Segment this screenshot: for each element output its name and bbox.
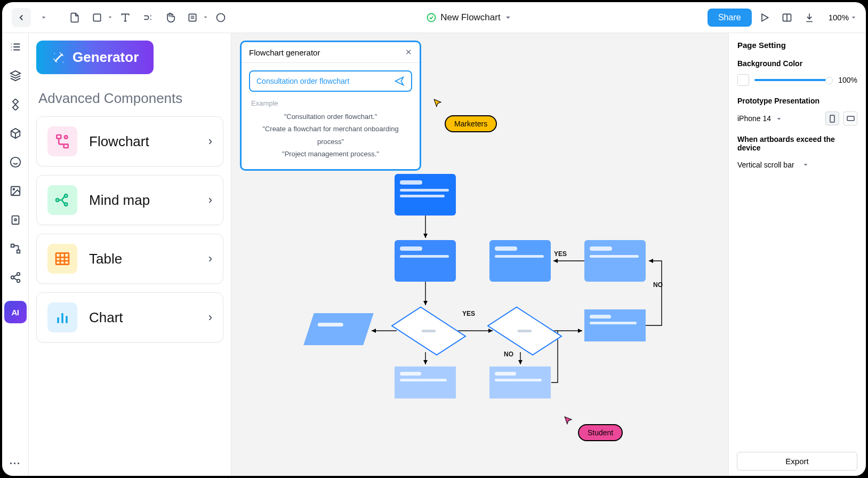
- rail-3d[interactable]: [8, 126, 23, 141]
- rail-clipboard[interactable]: [8, 212, 23, 227]
- text-icon: [120, 12, 131, 23]
- svg-rect-32: [11, 244, 14, 248]
- svg-point-41: [65, 136, 67, 138]
- rail-ai[interactable]: AI: [4, 301, 27, 323]
- bg-color-swatch[interactable]: [737, 74, 749, 86]
- share-nodes-icon: [10, 272, 21, 283]
- component-chart[interactable]: Chart ›: [36, 292, 223, 342]
- note-tool[interactable]: [183, 8, 202, 27]
- generator-panel: Flowchart generator ✕ Example "Consultat…: [240, 41, 421, 171]
- svg-marker-64: [803, 164, 807, 165]
- device-select[interactable]: iPhone 14: [737, 114, 821, 123]
- flow-label-no: NO: [504, 350, 513, 358]
- flow-node-decision[interactable]: [487, 307, 562, 356]
- svg-point-31: [14, 219, 17, 221]
- rail-layers[interactable]: [8, 68, 23, 83]
- example-1: "Consultation order flowchart.": [251, 110, 410, 123]
- flow-node-decision[interactable]: [391, 307, 466, 356]
- chevron-down-icon: [108, 15, 112, 20]
- collaborator-student: Student: [578, 424, 623, 441]
- rail-components[interactable]: [8, 97, 23, 112]
- scroll-select[interactable]: Vertical scroll bar: [737, 161, 857, 169]
- title-text: New Flowchart: [440, 12, 500, 23]
- smile-icon: [10, 156, 21, 168]
- comment-icon: [215, 12, 226, 23]
- svg-rect-63: [847, 116, 854, 121]
- connector-tool[interactable]: [138, 8, 157, 27]
- back-button[interactable]: [12, 8, 31, 27]
- flow-node-process[interactable]: [395, 367, 456, 399]
- download-button[interactable]: [800, 8, 819, 27]
- play-button[interactable]: [755, 8, 774, 27]
- flow-node-process[interactable]: [489, 367, 551, 399]
- flow-label-yes: YES: [554, 250, 567, 258]
- close-icon[interactable]: ✕: [405, 47, 412, 57]
- svg-point-36: [17, 280, 20, 283]
- send-icon[interactable]: [394, 76, 405, 86]
- mindmap-icon: [47, 185, 77, 215]
- landscape-icon: [847, 116, 855, 121]
- flow-label-no: NO: [653, 281, 663, 289]
- rail-outline[interactable]: [8, 39, 23, 54]
- generator-input[interactable]: [256, 77, 390, 85]
- rail-image[interactable]: [8, 184, 23, 198]
- svg-point-43: [65, 194, 67, 197]
- left-panel: Generator Advanced Components Flowchart …: [29, 33, 231, 476]
- flow-node-process[interactable]: [489, 240, 551, 282]
- flow-node-input[interactable]: [303, 313, 373, 345]
- text-tool[interactable]: [116, 8, 135, 27]
- flow-node-start[interactable]: [395, 174, 456, 216]
- chevron-down-icon: [505, 14, 511, 21]
- generator-examples: Example "Consultation order flowchart." …: [242, 99, 420, 169]
- orientation-portrait[interactable]: [825, 111, 839, 125]
- svg-rect-62: [830, 115, 834, 122]
- comment-tool[interactable]: [211, 8, 230, 27]
- frame-tool[interactable]: [87, 8, 107, 27]
- rail-share[interactable]: [8, 270, 23, 285]
- opacity-slider[interactable]: [754, 79, 833, 81]
- svg-point-35: [11, 276, 14, 279]
- svg-point-29: [13, 188, 14, 190]
- share-button[interactable]: Share: [708, 9, 752, 27]
- example-label: Example: [251, 99, 410, 107]
- component-table[interactable]: Table ›: [36, 234, 223, 284]
- export-button[interactable]: Export: [737, 452, 857, 471]
- cursor-icon: [433, 98, 443, 108]
- chevron-right-icon: ›: [208, 193, 212, 207]
- page-tool[interactable]: [65, 8, 84, 27]
- advanced-components-heading: Advanced Components: [38, 90, 223, 107]
- flow-node-process[interactable]: [584, 240, 646, 282]
- back-dropdown[interactable]: [34, 8, 53, 27]
- svg-marker-15: [852, 17, 856, 18]
- canvas[interactable]: Flowchart generator ✕ Example "Consultat…: [231, 33, 728, 476]
- chevron-down-icon: [803, 162, 808, 168]
- svg-line-37: [13, 275, 17, 277]
- svg-rect-39: [57, 135, 61, 139]
- rail-more[interactable]: ···: [10, 458, 21, 469]
- svg-rect-33: [17, 250, 20, 253]
- zoom-control[interactable]: 100%: [829, 13, 856, 22]
- cube-icon: [10, 128, 21, 139]
- svg-rect-45: [56, 253, 69, 264]
- rail-flow[interactable]: [8, 241, 23, 256]
- document-title[interactable]: New Flowchart: [234, 12, 704, 23]
- svg-point-34: [17, 273, 20, 275]
- portrait-icon: [830, 115, 835, 123]
- panels-toggle[interactable]: [777, 8, 797, 27]
- generator-button[interactable]: Generator: [36, 41, 154, 74]
- example-3: "Project management process.": [251, 148, 410, 160]
- orientation-landscape[interactable]: [843, 111, 857, 125]
- note-icon: [187, 12, 198, 23]
- image-icon: [10, 185, 21, 197]
- svg-point-44: [65, 203, 67, 205]
- component-mindmap[interactable]: Mind map ›: [36, 175, 223, 225]
- flow-node-process[interactable]: [395, 240, 456, 282]
- component-flowchart[interactable]: Flowchart ›: [36, 116, 223, 166]
- hand-tool[interactable]: [160, 8, 180, 27]
- flow-node-process[interactable]: [584, 309, 646, 341]
- chart-icon: [47, 302, 77, 332]
- rail-emoji[interactable]: [8, 155, 23, 170]
- generator-label: Generator: [73, 49, 139, 66]
- svg-marker-11: [506, 17, 510, 19]
- flowchart-icon: [47, 126, 77, 156]
